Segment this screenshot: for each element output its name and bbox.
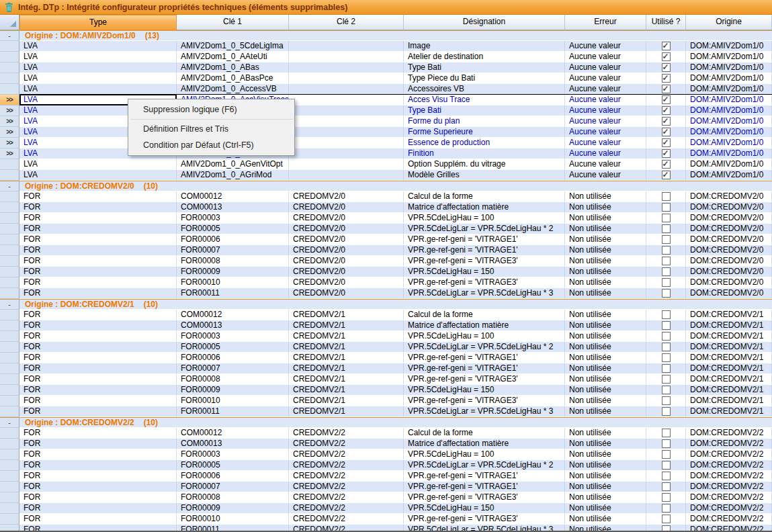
cell-cle2[interactable]	[289, 41, 404, 52]
used-checkbox[interactable]	[662, 386, 671, 394]
cell-err[interactable]: Non utilisée	[565, 396, 646, 406]
cell-des[interactable]: VPR.5CdeLigHau = 150	[404, 267, 565, 277]
table-row[interactable]: FORFOR00010CREDOMV2/1VPR.ge-ref-geni = '…	[0, 396, 772, 406]
cell-err[interactable]: Non utilisée	[565, 331, 646, 342]
cell-used[interactable]	[646, 353, 686, 363]
cell-cle2[interactable]	[289, 62, 404, 73]
cell-err[interactable]: Aucune valeur	[565, 116, 646, 127]
cell-des[interactable]: Finition	[404, 148, 565, 159]
cell-des[interactable]: VPR.ge-ref-geni = 'VITRAGE3'	[404, 256, 565, 267]
row-selector[interactable]	[0, 310, 19, 320]
cell-org[interactable]: DOM:CREDOMV2/1	[686, 363, 772, 374]
used-checkbox[interactable]	[662, 203, 671, 212]
row-selector[interactable]: >>	[0, 105, 19, 116]
table-row[interactable]: FORFOR00005CREDOMV2/2VPR.5CdeLigLar = VP…	[0, 460, 772, 471]
row-selector[interactable]	[0, 460, 19, 471]
table-row[interactable]: FORCOM00013CREDOMV2/2Matrice d'affectati…	[0, 439, 772, 449]
cell-org[interactable]: DOM:CREDOMV2/1	[686, 353, 772, 363]
table-row[interactable]: >>LVAAMIV2Dom1_0_AccVisuTraceAcces Visu …	[0, 95, 772, 105]
cell-des[interactable]: VPR.ge-ref-geni = 'VITRAGE1'	[404, 353, 565, 363]
cell-type[interactable]: FOR	[19, 191, 177, 202]
cell-org[interactable]: DOM:AMIV2Dom1/0	[686, 170, 772, 181]
cell-des[interactable]: Image	[404, 41, 565, 52]
cell-cle1[interactable]: COM00013	[177, 439, 289, 449]
cell-des[interactable]: VPR.ge-ref-geni = 'VITRAGE3'	[404, 374, 565, 385]
cell-type[interactable]: FOR	[19, 353, 177, 363]
cell-des[interactable]: VPR.ge-ref-geni = 'VITRAGE3'	[404, 396, 565, 406]
cell-des[interactable]: Matrice d'affectation matière	[404, 320, 565, 331]
cell-used[interactable]	[646, 95, 686, 105]
cell-type[interactable]: FOR	[19, 277, 177, 288]
cell-err[interactable]: Non utilisée	[565, 213, 646, 224]
cell-cle2[interactable]: CREDOMV2/2	[289, 482, 404, 492]
table-row[interactable]: FORFOR00011CREDOMV2/1VPR.5CdeLigLar = VP…	[0, 406, 772, 417]
cell-org[interactable]: DOM:CREDOMV2/0	[686, 267, 772, 277]
used-checkbox[interactable]	[662, 95, 671, 104]
cell-err[interactable]: Aucune valeur	[565, 95, 646, 105]
cell-des[interactable]: VPR.ge-ref-geni = 'VITRAGE3'	[404, 277, 565, 288]
cell-cle1[interactable]: FOR00011	[177, 406, 289, 417]
cell-type[interactable]: FOR	[19, 234, 177, 245]
cell-used[interactable]	[646, 492, 686, 503]
cell-org[interactable]: DOM:CREDOMV2/0	[686, 191, 772, 202]
used-checkbox[interactable]	[662, 138, 671, 147]
cell-org[interactable]: DOM:CREDOMV2/0	[686, 256, 772, 267]
table-row[interactable]: FORFOR00009CREDOMV2/2VPR.5CdeLigHau = 15…	[0, 503, 772, 514]
cell-cle1[interactable]: AMIV2Dom1_0_AGenVitOpt	[177, 159, 289, 170]
row-selector[interactable]	[0, 514, 19, 525]
row-selector[interactable]: >>	[0, 127, 19, 138]
group-collapse-toggle[interactable]: -	[0, 181, 19, 191]
table-row[interactable]: FORFOR00006CREDOMV2/2VPR.ge-ref-geni = '…	[0, 471, 772, 482]
cell-type[interactable]: FOR	[19, 503, 177, 514]
cell-cle2[interactable]: CREDOMV2/0	[289, 224, 404, 234]
cell-cle1[interactable]: AMIV2Dom1_0_AAteUti	[177, 52, 289, 62]
used-checkbox[interactable]	[662, 450, 671, 459]
cell-err[interactable]: Non utilisée	[565, 363, 646, 374]
table-row[interactable]: >>LVAEssence de productionAucune valeurD…	[0, 138, 772, 148]
table-row[interactable]: FORCOM00012CREDOMV2/0Calcul de la formeN…	[0, 191, 772, 202]
cell-err[interactable]: Non utilisée	[565, 245, 646, 256]
table-row[interactable]: FORFOR00010CREDOMV2/0VPR.ge-ref-geni = '…	[0, 277, 772, 288]
cell-err[interactable]: Aucune valeur	[565, 73, 646, 84]
table-row[interactable]: FORFOR00005CREDOMV2/1VPR.5CdeLigLar = VP…	[0, 342, 772, 353]
table-row[interactable]: FORCOM00012CREDOMV2/2Calcul de la formeN…	[0, 428, 772, 439]
cell-des[interactable]: Option Supplém. du vitrage	[404, 159, 565, 170]
table-row[interactable]: LVAAMIV2Dom1_0_5CdeLigImaImageAucune val…	[0, 41, 772, 52]
cell-used[interactable]	[646, 202, 686, 213]
cell-err[interactable]: Non utilisée	[565, 202, 646, 213]
table-row[interactable]: FORFOR00007CREDOMV2/1VPR.ge-ref-geni = '…	[0, 363, 772, 374]
cell-type[interactable]: LVA	[19, 159, 177, 170]
cell-type[interactable]: FOR	[19, 224, 177, 234]
cell-cle1[interactable]: FOR00008	[177, 492, 289, 503]
cell-err[interactable]: Non utilisée	[565, 406, 646, 417]
cell-type[interactable]: FOR	[19, 288, 177, 299]
cell-org[interactable]: DOM:AMIV2Dom1/0	[686, 41, 772, 52]
cell-des[interactable]: VPR.5CdeLigLar = VPR.5CdeLigHau * 3	[404, 288, 565, 299]
cell-des[interactable]: VPR.ge-ref-geni = 'VITRAGE1'	[404, 234, 565, 245]
cell-des[interactable]: VPR.5CdeLigLar = VPR.5CdeLigHau * 3	[404, 406, 565, 417]
cell-type[interactable]: FOR	[19, 267, 177, 277]
cell-type[interactable]: FOR	[19, 310, 177, 320]
row-selector[interactable]	[0, 202, 19, 213]
table-row[interactable]: >>LVAForme SuperieureAucune valeurDOM:AM…	[0, 127, 772, 138]
row-selector[interactable]	[0, 363, 19, 374]
row-selector[interactable]	[0, 503, 19, 514]
cell-org[interactable]: DOM:AMIV2Dom1/0	[686, 62, 772, 73]
table-row[interactable]: FORFOR00007CREDOMV2/0VPR.ge-ref-geni = '…	[0, 245, 772, 256]
cell-org[interactable]: DOM:CREDOMV2/0	[686, 234, 772, 245]
cell-org[interactable]: DOM:CREDOMV2/1	[686, 374, 772, 385]
cell-org[interactable]: DOM:CREDOMV2/1	[686, 396, 772, 406]
used-checkbox[interactable]	[662, 289, 671, 298]
cell-used[interactable]	[646, 234, 686, 245]
used-checkbox[interactable]	[662, 74, 671, 83]
cell-err[interactable]: Non utilisée	[565, 224, 646, 234]
used-checkbox[interactable]	[662, 504, 671, 513]
used-checkbox[interactable]	[662, 63, 671, 72]
cell-org[interactable]: DOM:AMIV2Dom1/0	[686, 159, 772, 170]
cell-type[interactable]: FOR	[19, 385, 177, 396]
table-row[interactable]: LVAAMIV2Dom1_0_AGriModModèle GrillesAucu…	[0, 170, 772, 181]
cell-err[interactable]: Non utilisée	[565, 267, 646, 277]
used-checkbox[interactable]	[662, 224, 671, 233]
used-checkbox[interactable]	[662, 482, 671, 491]
cell-used[interactable]	[646, 245, 686, 256]
